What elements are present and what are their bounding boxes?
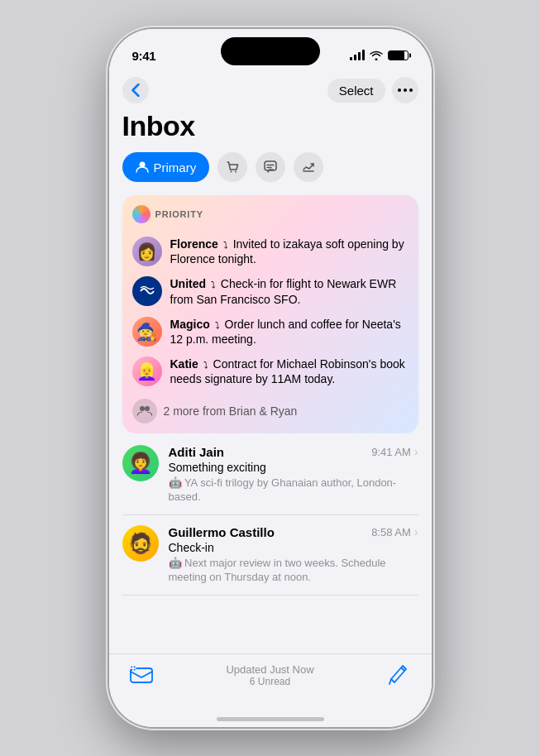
email-header-aditi: Aditi Jain 9:41 AM › — [169, 445, 418, 459]
bottom-bar: Updated Just Now 6 Unread — [109, 653, 432, 711]
email-body-aditi: Aditi Jain 9:41 AM › Something exciting … — [169, 445, 418, 505]
priority-text-united: United ⤵ Check-in for flight to Newark E… — [170, 276, 409, 306]
tab-primary-label: Primary — [154, 160, 197, 175]
tab-shopping[interactable] — [217, 152, 247, 182]
chevron-right-guillermo: › — [414, 525, 418, 538]
unread-text: 6 Unread — [226, 676, 313, 687]
more-button[interactable] — [392, 77, 418, 103]
email-subject-aditi: Something exciting — [169, 461, 418, 474]
email-preview-guillermo: 🤖 Next major review in two weeks. Schedu… — [169, 556, 418, 585]
email-item-aditi[interactable]: 👩‍🦱 Aditi Jain 9:41 AM › Something excit… — [122, 435, 418, 515]
svg-point-10 — [140, 406, 145, 411]
more-from[interactable]: 2 more from Brian & Ryan — [132, 392, 409, 423]
email-item-guillermo[interactable]: 🧔 Guillermo Castillo 8:58 AM › Check-in — [122, 515, 418, 596]
united-logo — [137, 281, 157, 301]
status-icons — [350, 50, 409, 60]
avatar-katie: 👱‍♀️ — [132, 356, 162, 386]
priority-header: PRIORITY — [132, 205, 409, 223]
email-sender-aditi: Aditi Jain — [169, 445, 225, 459]
priority-item-florence[interactable]: 👩 Florence ⤵ Invited to izakaya soft ope… — [132, 232, 409, 271]
tab-promotions[interactable] — [294, 152, 323, 182]
dynamic-island — [221, 37, 320, 65]
nav-actions: Select — [327, 77, 418, 103]
messages-icon — [263, 160, 278, 175]
content-area: Inbox Primary — [109, 110, 432, 653]
people-icon — [137, 404, 152, 419]
mailbox-icon — [130, 665, 153, 685]
more-from-text: 2 more from Brian & Ryan — [164, 404, 298, 418]
promotions-icon — [301, 160, 316, 175]
email-subject-guillermo: Check-in — [169, 541, 418, 554]
avatar-florence: 👩 — [132, 237, 162, 266]
priority-text-florence: Florence ⤵ Invited to izakaya soft openi… — [170, 237, 409, 266]
person-icon — [136, 160, 149, 174]
tab-primary[interactable]: Primary — [122, 152, 210, 182]
wifi-icon — [370, 50, 383, 60]
svg-point-4 — [231, 171, 232, 173]
status-time: 9:41 — [132, 49, 156, 63]
avatar-united — [132, 276, 162, 306]
priority-text-katie: Katie ⤵ Contract for Michael Robinson's … — [170, 356, 409, 386]
updated-text: Updated Just Now — [226, 663, 313, 676]
email-time-aditi: 9:41 AM — [371, 446, 411, 458]
battery-icon — [388, 50, 409, 60]
priority-card: PRIORITY 👩 Florence ⤵ Invited to izakaya… — [122, 195, 418, 433]
priority-item-united[interactable]: United ⤵ Check-in for flight to Newark E… — [132, 271, 409, 311]
chevron-right-aditi: › — [414, 445, 418, 458]
avatar-more — [132, 399, 157, 423]
priority-item-magico[interactable]: 🧙 Magico ⤵ Order lunch and coffee for Ne… — [132, 312, 409, 352]
tab-messages[interactable] — [256, 152, 285, 182]
compose-icon — [388, 664, 409, 686]
svg-point-5 — [235, 171, 237, 173]
svg-point-2 — [409, 89, 413, 92]
priority-item-katie[interactable]: 👱‍♀️ Katie ⤵ Contract for Michael Robins… — [132, 352, 409, 391]
compose-button[interactable] — [386, 663, 411, 687]
page-title: Inbox — [122, 110, 418, 142]
email-header-guillermo: Guillermo Castillo 8:58 AM › — [169, 525, 418, 539]
select-button[interactable]: Select — [327, 79, 385, 103]
mailbox-button[interactable] — [129, 663, 154, 687]
category-tabs: Primary — [122, 152, 418, 182]
nav-bar: Select — [109, 70, 432, 110]
priority-icon — [132, 205, 151, 223]
priority-label: PRIORITY — [155, 209, 203, 219]
shopping-icon — [225, 160, 240, 175]
email-body-guillermo: Guillermo Castillo 8:58 AM › Check-in 🤖 … — [169, 525, 418, 585]
priority-text-magico: Magico ⤵ Order lunch and coffee for Neet… — [170, 317, 409, 347]
bottom-center: Updated Just Now 6 Unread — [226, 663, 313, 687]
svg-point-0 — [398, 89, 401, 92]
phone-frame: 9:41 — [109, 29, 432, 727]
svg-point-11 — [145, 406, 150, 411]
email-preview-aditi: 🤖 YA sci-fi trilogy by Ghanaian author, … — [169, 476, 418, 505]
status-bar: 9:41 — [109, 29, 432, 70]
email-sender-guillermo: Guillermo Castillo — [169, 525, 275, 539]
phone-screen: 9:41 — [109, 29, 432, 727]
action-chip-florence: ⤵ — [223, 240, 228, 250]
svg-point-1 — [404, 89, 407, 92]
email-list: 👩‍🦱 Aditi Jain 9:41 AM › Something excit… — [122, 435, 418, 596]
home-bar — [217, 717, 324, 721]
email-time-guillermo: 8:58 AM — [371, 526, 411, 538]
avatar-aditi: 👩‍🦱 — [122, 445, 159, 481]
avatar-magico: 🧙 — [132, 317, 162, 347]
phone-wrapper: 9:41 — [0, 0, 540, 756]
signal-icon — [350, 50, 365, 60]
avatar-guillermo: 🧔 — [122, 525, 159, 562]
home-indicator — [109, 711, 432, 727]
back-button[interactable] — [122, 77, 149, 103]
